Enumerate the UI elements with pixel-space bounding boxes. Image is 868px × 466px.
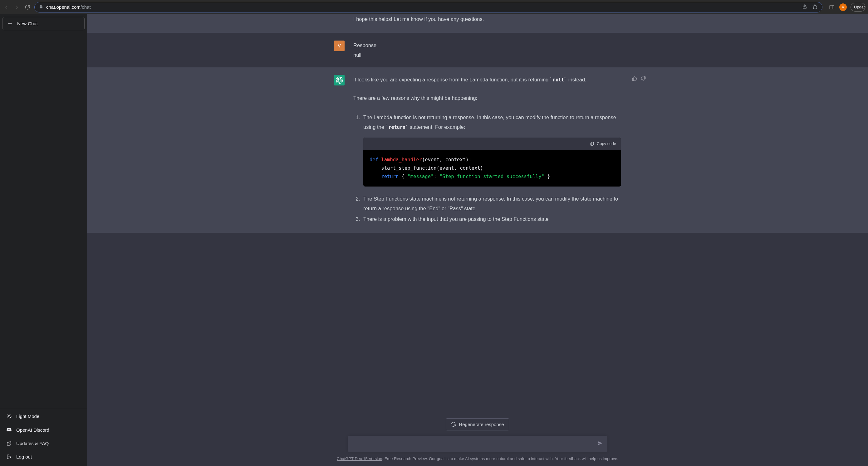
browser-toolbar: chat.openai.com/chat V Update	[0, 0, 868, 14]
nav-reload[interactable]	[24, 3, 31, 11]
external-link-icon	[6, 441, 12, 446]
new-chat-label: New Chat	[17, 21, 38, 26]
message-text: There are a few reasons why this might b…	[353, 93, 621, 103]
chat-input[interactable]	[348, 436, 608, 452]
assistant-message: It looks like you are expecting a respon…	[87, 67, 868, 233]
regenerate-label: Regenerate response	[459, 422, 504, 427]
update-button[interactable]: Update	[850, 3, 866, 11]
discord-icon	[6, 427, 12, 433]
sidebar-item-label: Log out	[16, 454, 32, 460]
app: New Chat Light Mode OpenAI Discord Updat…	[0, 14, 868, 466]
thumbs-down-icon[interactable]	[641, 75, 646, 85]
footer: ChatGPT Dec 15 Version. Free Research Pr…	[93, 456, 862, 461]
svg-line-13	[7, 418, 8, 418]
chat-scroll[interactable]: I hope this helps! Let me know if you ha…	[87, 14, 868, 436]
user-avatar: V	[334, 40, 345, 51]
sidebar-item-logout[interactable]: Log out	[2, 450, 85, 464]
svg-line-15	[9, 442, 11, 444]
svg-rect-17	[591, 142, 594, 145]
user-text-line: null	[353, 50, 621, 60]
message-list: The Lambda function is not returning a r…	[353, 112, 621, 224]
list-item: The Step Functions state machine is not …	[362, 194, 621, 213]
bookmark-star-icon[interactable]	[812, 4, 818, 10]
svg-rect-2	[830, 5, 834, 9]
sun-icon	[6, 413, 12, 419]
nav-back[interactable]	[2, 3, 10, 11]
footer-text: . Free Research Preview. Our goal is to …	[382, 456, 619, 461]
panel-icon[interactable]	[828, 3, 836, 11]
plus-icon	[7, 21, 13, 26]
url-bar[interactable]: chat.openai.com/chat	[34, 2, 823, 12]
copy-code-label: Copy code	[597, 140, 616, 147]
sidebar-item-label: Light Mode	[16, 413, 39, 419]
sidebar-divider	[0, 408, 87, 408]
share-icon[interactable]	[802, 4, 807, 10]
footer-version-link[interactable]: ChatGPT Dec 15 Version	[337, 456, 382, 461]
send-button[interactable]	[597, 440, 603, 447]
sidebar-item-label: OpenAI Discord	[16, 427, 49, 433]
lock-icon	[39, 4, 43, 10]
regenerate-button[interactable]: Regenerate response	[446, 418, 509, 430]
nav-forward[interactable]	[13, 3, 21, 11]
user-message: V Response null	[87, 33, 868, 67]
sidebar-item-updates-faq[interactable]: Updates & FAQ	[2, 437, 85, 450]
code-block: Copy code def lambda_handler(event, cont…	[363, 138, 621, 187]
sidebar: New Chat Light Mode OpenAI Discord Updat…	[0, 14, 87, 466]
message-text: It looks like you are expecting a respon…	[353, 75, 621, 85]
main: I hope this helps! Let me know if you ha…	[87, 14, 868, 466]
sidebar-item-discord[interactable]: OpenAI Discord	[2, 423, 85, 437]
feedback-controls	[632, 75, 646, 85]
message-text: I hope this helps! Let me know if you ha…	[353, 14, 621, 24]
copy-code-button[interactable]: Copy code	[363, 138, 621, 150]
code-text: def lambda_handler(event, context): star…	[363, 150, 621, 187]
logout-icon	[6, 454, 12, 460]
composer-area: Regenerate response ChatGPT Dec 15 Versi…	[87, 436, 868, 466]
list-item: There is a problem with the input that y…	[362, 214, 621, 224]
url-path: /chat	[81, 4, 91, 10]
assistant-message-prev: I hope this helps! Let me know if you ha…	[87, 14, 868, 33]
thumbs-up-icon[interactable]	[632, 75, 637, 85]
user-text-line: Response	[353, 40, 621, 50]
svg-point-6	[8, 415, 10, 417]
sidebar-item-label: Updates & FAQ	[16, 441, 49, 446]
url-domain: chat.openai.com	[46, 4, 81, 10]
svg-line-9	[7, 414, 8, 415]
profile-avatar[interactable]: V	[839, 3, 847, 11]
assistant-avatar	[334, 75, 345, 86]
new-chat-button[interactable]: New Chat	[2, 17, 85, 30]
sidebar-item-light-mode[interactable]: Light Mode	[2, 409, 85, 423]
svg-marker-1	[813, 4, 817, 9]
list-item: The Lambda function is not returning a r…	[362, 112, 621, 187]
